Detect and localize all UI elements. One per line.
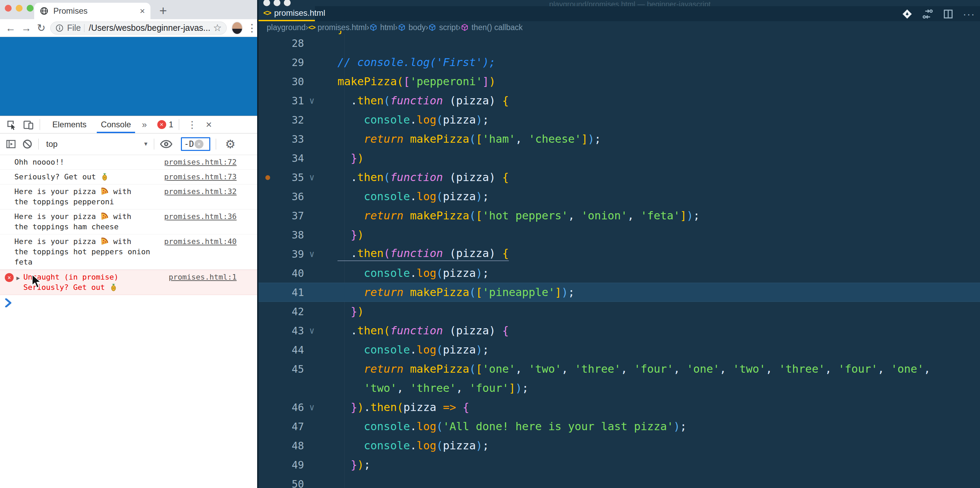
split-editor-icon[interactable] xyxy=(942,8,954,20)
code-line-50[interactable]: 50 xyxy=(259,474,980,488)
code-line-48[interactable]: 48 console.log(pizza); xyxy=(259,436,980,455)
code-line-30[interactable]: 30makePizza(['pepperoni']) xyxy=(259,72,980,91)
console-settings-gear-icon[interactable]: ⚙ xyxy=(225,137,235,151)
code-line-39[interactable]: 39∨ .then(function (pizza) { xyxy=(259,244,980,263)
code-line-38[interactable]: 38 }) xyxy=(259,225,980,244)
profile-avatar[interactable] xyxy=(231,22,243,35)
code-line-35[interactable]: 35∨ .then(function (pizza) { xyxy=(259,168,980,187)
code-text: .then(function (pizza) { xyxy=(337,94,509,107)
browser-tab[interactable]: Promises × xyxy=(34,3,150,19)
html-file-icon: <> xyxy=(263,8,271,18)
fold-chevron-icon[interactable]: ∨ xyxy=(304,172,320,182)
line-number: 31 xyxy=(259,95,304,107)
code-line-46[interactable]: 46∨ }).then(pizza => { xyxy=(259,398,980,417)
new-tab-button[interactable]: + xyxy=(159,3,167,18)
line-number: 44 xyxy=(259,344,304,356)
forward-icon[interactable]: → xyxy=(21,22,32,34)
source-link[interactable]: promises.html:32 xyxy=(164,187,237,197)
gutter-marker-dot[interactable] xyxy=(265,175,270,180)
editor-tabbar: <> promises.html ··· xyxy=(259,6,980,21)
symbol-cube-icon xyxy=(461,23,469,32)
code-text: return makePizza(['one', 'two', 'three',… xyxy=(337,362,931,375)
tab-elements[interactable]: Elements xyxy=(50,116,89,133)
fold-chevron-icon[interactable]: ∨ xyxy=(304,96,320,106)
clear-filter-icon[interactable]: × xyxy=(194,140,204,148)
code-line-43[interactable]: 43∨ .then(function (pizza) { xyxy=(259,321,980,340)
open-changes-icon[interactable] xyxy=(922,8,934,20)
inspect-element-icon[interactable] xyxy=(5,119,17,131)
traffic-light-minimize[interactable] xyxy=(16,5,22,12)
console-filter-input[interactable]: -D × xyxy=(181,137,210,151)
code-area[interactable]: }— 2829// console.log('First');30makePiz… xyxy=(259,33,980,488)
browser-menu-kebab-icon[interactable]: ⋮ xyxy=(247,22,257,34)
code-line-42[interactable]: 42 }) xyxy=(259,302,980,321)
error-badge[interactable]: × 1 xyxy=(157,120,173,129)
context-dropdown-arrow-icon[interactable]: ▼ xyxy=(143,141,148,147)
pineapple-emoji xyxy=(100,172,109,181)
code-line-31[interactable]: 31∨ .then(function (pizza) { xyxy=(259,91,980,110)
code-line-28[interactable]: 28 xyxy=(259,33,980,53)
tab-title: Promises xyxy=(53,6,140,16)
source-link[interactable]: promises.html:36 xyxy=(164,212,237,222)
more-panels-icon[interactable]: » xyxy=(142,120,147,130)
code-line-41[interactable]: 41 return makePizza(['pineapple']); xyxy=(259,283,980,302)
editor-tab-promises[interactable]: <> promises.html xyxy=(259,6,315,21)
console-prompt[interactable] xyxy=(0,295,257,309)
fold-chevron-icon[interactable]: ∨ xyxy=(304,402,320,412)
reload-icon[interactable]: ↻ xyxy=(37,22,46,34)
traffic-light-close[interactable] xyxy=(5,5,12,12)
code-line-47[interactable]: 47 console.log('All done! here is your l… xyxy=(259,417,980,436)
info-icon[interactable] xyxy=(56,24,64,32)
divider xyxy=(38,139,39,150)
address-bar[interactable]: File /Users/wesbos/beginner-javas... ☆ xyxy=(50,22,227,35)
expand-triangle-icon[interactable]: ▶ xyxy=(16,273,20,283)
clear-console-icon[interactable] xyxy=(22,139,33,150)
fold-chevron-icon[interactable]: ∨ xyxy=(304,325,320,336)
tab-close-icon[interactable]: × xyxy=(140,6,145,16)
editor-traffic-light-2[interactable] xyxy=(274,0,280,6)
code-line-37[interactable]: 37 return makePizza(['hot peppers', 'oni… xyxy=(259,206,980,225)
source-link[interactable]: promises.html:40 xyxy=(164,236,237,247)
breadcrumb-item-playground[interactable]: playground xyxy=(267,23,306,32)
live-expression-eye-icon[interactable] xyxy=(160,139,173,149)
tab-console[interactable]: Console xyxy=(99,116,133,133)
line-number: 39 xyxy=(259,248,304,260)
fold-chevron-icon[interactable]: ∨ xyxy=(304,249,320,259)
bookmark-star-icon[interactable]: ☆ xyxy=(213,22,221,33)
code-line-33[interactable]: 33 return makePizza(['ham', 'cheese']); xyxy=(259,129,980,148)
code-line-wrap[interactable]: 'two', 'three', 'four']); xyxy=(259,378,980,398)
editor-tab-label: promises.html xyxy=(274,8,325,18)
url-text[interactable]: /Users/wesbos/beginner-javas... xyxy=(89,23,210,33)
code-line-44[interactable]: 44 console.log(pizza); xyxy=(259,340,980,359)
browser-window: Promises × + ← → ↻ File /Users/wesbos/be… xyxy=(0,0,257,488)
code-text: // console.log('First'); xyxy=(337,56,495,69)
console-sidebar-icon[interactable] xyxy=(5,139,16,150)
code-text: console.log(pizza); xyxy=(337,113,489,126)
device-toolbar-icon[interactable] xyxy=(22,119,34,131)
source-link[interactable]: promises.html:1 xyxy=(169,272,237,282)
traffic-light-zoom[interactable] xyxy=(27,5,33,12)
code-line-40[interactable]: 40 console.log(pizza); xyxy=(259,263,980,283)
line-number: 38 xyxy=(259,229,304,241)
code-text: console.log('All done! here is your last… xyxy=(337,420,687,433)
devtools-menu-kebab-icon[interactable]: ⋮ xyxy=(188,119,197,131)
devtools-close-icon[interactable]: × xyxy=(206,119,212,131)
code-line-32[interactable]: 32 console.log(pizza); xyxy=(259,110,980,129)
source-link[interactable]: promises.html:72 xyxy=(164,157,237,167)
context-selector[interactable]: top xyxy=(46,139,57,149)
editor-traffic-light-1[interactable] xyxy=(263,0,270,6)
symbol-cube-icon xyxy=(369,23,377,32)
code-line-36[interactable]: 36 console.log(pizza); xyxy=(259,187,980,206)
code-text: }) xyxy=(337,228,364,241)
line-number: 50 xyxy=(259,478,304,488)
editor-traffic-light-3[interactable] xyxy=(284,0,291,6)
format-diamond-icon[interactable] xyxy=(901,8,913,20)
code-line-45[interactable]: 45 return makePizza(['one', 'two', 'thre… xyxy=(259,359,980,378)
code-line-29[interactable]: 29// console.log('First'); xyxy=(259,53,980,72)
back-icon[interactable]: ← xyxy=(5,22,16,34)
breadcrumb-item-thencallback[interactable]: then() callback xyxy=(461,23,523,32)
more-actions-icon[interactable]: ··· xyxy=(963,8,975,20)
code-line-49[interactable]: 49 }); xyxy=(259,455,980,474)
code-line-34[interactable]: 34 }) xyxy=(259,148,980,168)
source-link[interactable]: promises.html:73 xyxy=(164,172,237,182)
